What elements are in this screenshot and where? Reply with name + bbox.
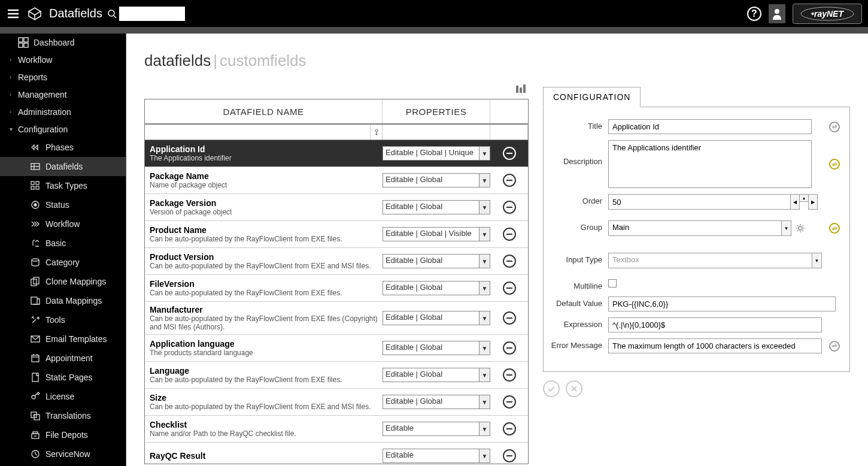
input-default[interactable] (608, 296, 836, 311)
remove-button[interactable] (503, 341, 516, 355)
remove-button[interactable] (503, 422, 516, 435)
workflow-icon (30, 219, 41, 229)
gear-icon[interactable] (795, 223, 806, 234)
sidebar-item-category[interactable]: Category (0, 253, 126, 272)
props-select[interactable]: Editable | Global▼ (383, 311, 490, 325)
sidebar-item-datamap[interactable]: Data Mappings (0, 291, 126, 310)
label-expression: Expression (548, 317, 608, 329)
col-properties[interactable]: PROPERTIES (383, 99, 490, 123)
translate-title-icon[interactable]: ⇄ (829, 122, 840, 132)
filter-name-input[interactable] (145, 125, 370, 140)
props-select[interactable]: Editable | Global▼ (383, 341, 490, 355)
sidebar-item-workflow[interactable]: Workflow (0, 214, 126, 234)
translate-error-icon[interactable]: ⇄ (829, 341, 840, 352)
chevron-down-icon: ▼ (479, 228, 490, 241)
user-button[interactable] (769, 4, 785, 23)
chevron-down-icon: ▼ (479, 368, 490, 382)
sidebar-item-translations[interactable]: ATranslations (0, 406, 126, 425)
clone-icon (30, 276, 41, 287)
columns-icon[interactable] (515, 84, 526, 95)
sidebar-item-datafields[interactable]: Datafields (0, 157, 126, 176)
remove-button[interactable] (503, 368, 516, 382)
tab-configuration[interactable]: CONFIGURATION (543, 87, 641, 107)
input-expression[interactable] (608, 317, 822, 332)
table-row[interactable]: RayQC ResultEditable▼ (145, 443, 528, 464)
remove-button[interactable] (503, 147, 516, 160)
remove-button[interactable] (503, 174, 516, 187)
table-row[interactable]: FileVersionCan be auto-populated by the … (145, 275, 528, 302)
order-left-btn[interactable]: ◀ (790, 194, 800, 210)
table-row[interactable]: Application IdThe Applications identifie… (145, 140, 528, 167)
sidebar-item-basic[interactable]: Basic (0, 234, 126, 253)
table-row[interactable]: Product VersionCan be auto-populated by … (145, 248, 528, 275)
sidebar-item-static[interactable]: Static Pages (0, 368, 126, 387)
cancel-button[interactable] (566, 380, 582, 397)
datamap-icon (30, 295, 41, 306)
translate-desc-icon[interactable]: ⇄ (829, 159, 840, 170)
props-select[interactable]: Editable▼ (383, 422, 490, 436)
select-group[interactable]: Main▼ (608, 220, 791, 236)
remove-button[interactable] (503, 449, 516, 462)
translate-group-icon[interactable]: ⇄ (829, 223, 840, 234)
static-icon (30, 372, 41, 383)
props-select[interactable]: Editable | Global▼ (383, 200, 490, 214)
sidebar-item-phases[interactable]: Phases (0, 138, 126, 157)
label-multiline: Multiline (548, 279, 608, 291)
sidebar-workflow[interactable]: ›Workflow (0, 51, 126, 68)
remove-button[interactable] (503, 228, 516, 241)
remove-button[interactable] (503, 311, 516, 325)
order-up-btn[interactable]: ▲ (799, 194, 809, 202)
remove-button[interactable] (503, 255, 516, 268)
filedepots-icon (30, 429, 41, 440)
sidebar-management[interactable]: ›Management (0, 86, 126, 103)
table-row[interactable]: Application languageThe products standar… (145, 335, 528, 362)
svg-rect-18 (36, 186, 39, 189)
sidebar-item-appointment[interactable]: Appointment (0, 349, 126, 368)
props-select[interactable]: Editable▼ (383, 449, 490, 463)
svg-rect-11 (24, 43, 28, 47)
props-select[interactable]: Editable | Global▼ (383, 281, 490, 295)
table-row[interactable]: ChecklistName and/or Path to the RayQC c… (145, 416, 528, 443)
input-order[interactable] (608, 194, 791, 210)
search-input[interactable] (119, 7, 185, 21)
remove-button[interactable] (503, 395, 516, 408)
sidebar-item-license[interactable]: License (0, 387, 126, 406)
sidebar-item-tasktypes[interactable]: Task Types (0, 176, 126, 195)
props-select[interactable]: Editable | Global▼ (383, 254, 490, 268)
sidebar-item-servicenow[interactable]: ServiceNow (0, 444, 126, 464)
input-error[interactable] (608, 338, 822, 353)
sidebar-item-clone[interactable]: Clone Mappings (0, 272, 126, 291)
props-select[interactable]: Editable | Global▼ (383, 173, 490, 187)
table-row[interactable]: Package NameName of package objectEditab… (145, 167, 528, 194)
props-select[interactable]: Editable | Global▼ (383, 368, 490, 382)
table-row[interactable]: SizeCan be auto-populated by the RayFlow… (145, 389, 528, 416)
sidebar-configuration[interactable]: ▾Configuration (0, 120, 126, 138)
input-title[interactable] (608, 119, 812, 134)
sidebar-administration[interactable]: ›Administration (0, 103, 126, 120)
hamburger-icon[interactable] (6, 7, 20, 21)
help-icon[interactable]: ? (747, 7, 761, 21)
col-datafield-name[interactable]: DATAFIELD NAME (145, 99, 383, 123)
search-icon[interactable] (107, 9, 117, 19)
table-row[interactable]: Product NameCan be auto-populated by the… (145, 221, 528, 248)
props-select[interactable]: Editable | Global | Unique▼ (383, 146, 490, 161)
sidebar-item-email[interactable]: Email Templates (0, 329, 126, 349)
sidebar-dashboard[interactable]: Dashboard (0, 34, 126, 51)
props-select[interactable]: Editable | Global | Visible▼ (383, 227, 490, 241)
filter-props-input[interactable] (383, 125, 490, 140)
sidebar-reports[interactable]: ›Reports (0, 68, 126, 86)
remove-button[interactable] (503, 282, 516, 295)
table-row[interactable]: Package VersionVersion of package object… (145, 194, 528, 221)
filter-icon[interactable] (371, 125, 383, 140)
props-select[interactable]: Editable | Global▼ (383, 395, 490, 409)
confirm-button[interactable] (543, 380, 560, 397)
sidebar-item-filedepots[interactable]: File Depots (0, 425, 126, 444)
table-row[interactable]: ManufacturerCan be auto-populated by the… (145, 302, 528, 335)
remove-button[interactable] (503, 201, 516, 214)
input-description[interactable] (608, 140, 812, 188)
sidebar-item-status[interactable]: Status (0, 195, 126, 214)
sidebar-item-tools[interactable]: Tools (0, 310, 126, 329)
checkbox-multiline[interactable] (608, 279, 617, 288)
order-right-btn[interactable]: ▶ (808, 194, 818, 210)
table-row[interactable]: LanguageCan be auto-populated by the Ray… (145, 362, 528, 389)
